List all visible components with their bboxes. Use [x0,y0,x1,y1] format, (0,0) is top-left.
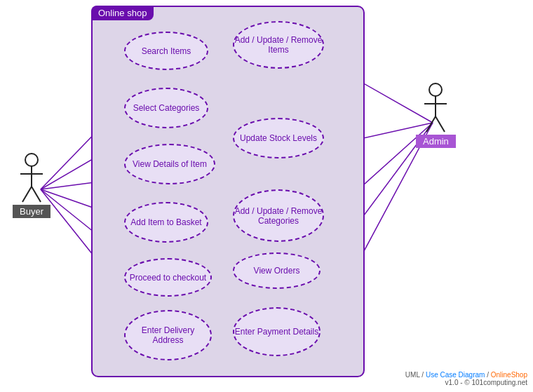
actor-admin: Admin [416,83,456,148]
use-case-select-categories: Select Categories [124,88,208,128]
use-case-view-details: View Details of Item [124,144,215,184]
use-case-enter-delivery: Enter Delivery Address [124,310,212,360]
diagram-container: Online shop Search Items Add / Update / … [91,6,365,377]
use-case-update-stock: Update Stock Levels [233,118,324,158]
svg-line-15 [32,187,41,202]
svg-point-16 [429,83,442,96]
buyer-label: Buyer [13,205,50,218]
svg-point-11 [25,154,38,166]
watermark-online: OnlineShop [491,371,527,379]
svg-line-19 [426,116,436,132]
watermark: UML / Use Case Diagram / OnlineShop v1.0… [405,371,527,386]
use-case-proceed-checkout: Proceed to checkout [124,258,212,297]
watermark-link: Use Case Diagram [426,371,485,379]
use-case-enter-payment: Enter Payment Details [233,307,321,356]
watermark-uml: UML / [405,371,426,379]
watermark-version: v1.0 - © 101computing.net [445,379,527,386]
use-case-add-update-remove-items: Add / Update / Remove Items [233,21,324,69]
use-case-view-orders: View Orders [233,252,321,289]
buyer-figure [17,153,46,203]
svg-line-20 [436,116,445,132]
system-label: Online shop [91,6,154,20]
actor-buyer: Buyer [13,153,50,218]
admin-figure [421,83,450,133]
svg-line-14 [22,187,32,202]
use-case-add-item-basket: Add Item to Basket [124,202,208,243]
use-case-add-update-remove-categories: Add / Update / Remove Categories [233,189,324,242]
watermark-slash: / [485,371,490,379]
admin-label: Admin [416,135,456,148]
use-case-search: Search Items [124,32,208,70]
